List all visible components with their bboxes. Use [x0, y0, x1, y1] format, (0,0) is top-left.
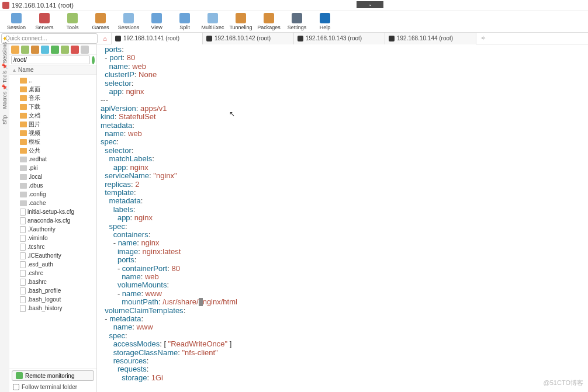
session-icon [11, 13, 22, 23]
tree-item[interactable]: .cshrc [9, 269, 96, 277]
new-folder-icon[interactable] [31, 46, 39, 54]
toolbar-help[interactable]: Help [312, 13, 338, 30]
tree-item[interactable]: .dbus [9, 181, 96, 190]
toolbar-packages[interactable]: Packages [256, 13, 282, 30]
toolbar-servers[interactable]: Servers [32, 13, 57, 30]
follow-terminal-checkbox[interactable]: Follow terminal folder [9, 382, 96, 392]
toolbar-tunneling[interactable]: Tunneling [228, 13, 254, 30]
name-column-header[interactable]: Name [18, 67, 34, 73]
tab-label: 192.168.10.142 (root) [215, 35, 271, 41]
tree-item[interactable]: 音乐 [9, 93, 96, 102]
toolbar-settings[interactable]: Settings [284, 13, 310, 30]
sftp-sidebar: ▴ Name ..桌面音乐下载文档图片视频模板公共.redhat.pki.loc… [9, 44, 97, 392]
toolbar-label: View [151, 25, 162, 30]
toolbar-tools[interactable]: Tools [60, 13, 85, 30]
remote-monitoring-label: Remote monitoring [25, 373, 74, 379]
tree-item-label: .bash_profile [27, 287, 61, 294]
tree-item[interactable]: .cache [9, 199, 96, 207]
toolbar-games[interactable]: Games [88, 13, 113, 30]
tree-item[interactable]: .config [9, 190, 96, 199]
tree-item[interactable]: .bash_profile [9, 286, 96, 295]
tab-row: Quick connect... ⌂ 192.168.10.141 (root)… [0, 33, 588, 44]
upload-icon[interactable] [41, 46, 49, 54]
tree-item[interactable]: .bash_history [9, 304, 96, 313]
toolbar-label: Split [179, 25, 190, 30]
tree-item-label: .bash_history [27, 305, 62, 311]
vtab-sftp[interactable]: Sftp [2, 115, 8, 124]
tree-item[interactable]: anaconda-ks.cfg [9, 216, 96, 225]
vtab-macros[interactable]: Macros 📌 [2, 84, 8, 109]
tree-item[interactable]: .bashrc [9, 277, 96, 286]
tree-item-label: 音乐 [29, 94, 40, 102]
tree-item-label: .viminfo [27, 235, 47, 241]
delete-icon[interactable] [71, 46, 79, 54]
terminal-pane[interactable]: ports: - port: 80 name: web clusterIP: N… [97, 44, 588, 392]
tree-item-label: 下载 [29, 103, 40, 111]
tree-header: ▴ Name [9, 65, 96, 75]
sidebar-toolbar [9, 44, 96, 55]
toolbar-label: Servers [35, 25, 53, 30]
session-tab[interactable]: 192.168.10.142 (root) [203, 33, 294, 44]
tree-item[interactable]: .esd_auth [9, 260, 96, 269]
toolbar-split[interactable]: Split [172, 13, 198, 30]
toolbar-view[interactable]: View [144, 13, 170, 30]
toolbar-session[interactable]: Session [4, 13, 29, 30]
vtab-sessions[interactable]: Sessions ★ [2, 36, 8, 64]
tree-item-label: .cache [29, 200, 46, 206]
folder-hidden-icon [20, 165, 27, 171]
tree-item[interactable]: .. [9, 76, 96, 85]
refresh-icon[interactable] [21, 46, 29, 54]
multiexec-icon [207, 13, 218, 23]
toolbar-label: Sessions [118, 25, 140, 30]
session-tab[interactable]: 192.168.10.143 (root) [294, 33, 385, 44]
tree-item[interactable]: .viminfo [9, 234, 96, 242]
tree-item[interactable]: .tcshrc [9, 242, 96, 251]
new-tab-button[interactable]: ✧ [476, 33, 489, 44]
remote-monitoring-button[interactable]: Remote monitoring [12, 370, 94, 381]
tree-item[interactable]: 公共 [9, 146, 96, 155]
folder-hidden-icon [20, 192, 27, 197]
tree-item[interactable]: 视频 [9, 129, 96, 137]
tree-item-label: .ICEauthority [27, 252, 61, 259]
tree-item-label: .pki [29, 165, 38, 171]
toolbar-sessions[interactable]: Sessions [116, 13, 141, 30]
tree-item[interactable]: 桌面 [9, 85, 96, 93]
session-tab[interactable]: 192.168.10.141 (root) [112, 33, 203, 44]
folder-hidden-icon [20, 157, 27, 162]
titlebar-dropdown-button[interactable]: ⌄ [357, 1, 383, 8]
nav-up-icon[interactable] [11, 46, 19, 54]
home-tab[interactable]: ⌂ [99, 33, 112, 44]
tree-item[interactable]: .ICEauthority [9, 251, 96, 260]
tree-item[interactable]: 文档 [9, 111, 96, 120]
toolbar-label: Tunneling [229, 25, 252, 30]
vtab-tools[interactable]: Tools 📌 [2, 63, 8, 83]
tree-item[interactable]: .bash_logout [9, 295, 96, 304]
quick-connect-input[interactable]: Quick connect... [1, 33, 98, 44]
tree-item-label: .. [29, 77, 32, 84]
tree-item[interactable]: 模板 [9, 137, 96, 146]
tree-item[interactable]: 图片 [9, 120, 96, 129]
tree-item-label: 模板 [29, 138, 40, 146]
sort-icon[interactable]: ▴ [13, 67, 16, 73]
download-icon[interactable] [51, 46, 59, 54]
tree-item-label: .dbus [29, 182, 43, 189]
file-tree[interactable]: ..桌面音乐下载文档图片视频模板公共.redhat.pki.local.dbus… [9, 75, 96, 369]
tree-item[interactable]: .pki [9, 164, 96, 172]
folder-icon [20, 86, 27, 92]
toolbar-multiexec[interactable]: MultiExec [200, 13, 226, 30]
tree-item-label: anaconda-ks.cfg [27, 217, 70, 224]
toolbar-label: Games [92, 25, 109, 30]
tree-item-label: .local [29, 174, 42, 180]
tree-item[interactable]: .local [9, 172, 96, 181]
tree-item[interactable]: initial-setup-ks.cfg [9, 207, 96, 216]
follow-terminal-input[interactable] [13, 384, 19, 390]
props-icon[interactable] [61, 46, 69, 54]
packages-icon [264, 13, 274, 23]
path-input[interactable] [11, 55, 90, 64]
tree-item[interactable]: 下载 [9, 102, 96, 111]
tab-label: 192.168.10.143 (root) [306, 35, 362, 41]
session-tab[interactable]: 192.168.10.144 (root) [385, 33, 476, 44]
tree-item[interactable]: .Xauthority [9, 225, 96, 234]
more-icon[interactable] [81, 46, 89, 54]
tree-item[interactable]: .redhat [9, 155, 96, 164]
